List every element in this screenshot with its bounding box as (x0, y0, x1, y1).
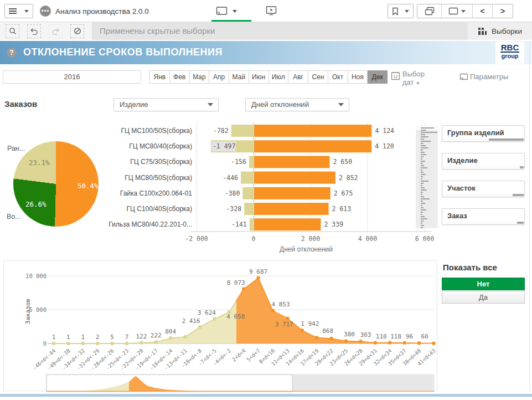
dimension-dropdown[interactable]: Изделие (113, 98, 219, 111)
step-forward-icon[interactable] (49, 24, 63, 38)
month-button-Апр[interactable]: Апр (209, 70, 229, 84)
bookmarks-button[interactable] (388, 4, 414, 18)
month-button-Сен[interactable]: Сен (308, 70, 328, 84)
month-button-Май[interactable]: Май (229, 70, 249, 84)
data-point[interactable] (286, 316, 289, 320)
sheet-icon (448, 7, 458, 16)
data-point[interactable] (271, 309, 275, 312)
measure-dropdown[interactable]: Дней отклонений (245, 98, 349, 111)
area-chart-scroll-minimap[interactable] (47, 375, 434, 392)
data-point[interactable] (125, 342, 128, 345)
svg-text:4 124: 4 124 (375, 127, 394, 135)
minimap-bar (421, 143, 423, 144)
data-point[interactable] (256, 276, 260, 280)
month-button-Фев[interactable]: Фев (170, 70, 190, 84)
year-filter[interactable]: 2016 (3, 70, 141, 84)
deviation-bar-chart[interactable]: -2 00002 0004 0006 000ГЦ МС100/50S(сборк… (108, 118, 440, 257)
data-point[interactable] (359, 340, 362, 343)
bar-row[interactable]: ГЦ МС80/40(сборка)-1 4974 120 (129, 140, 394, 152)
filter-listbox-2[interactable]: Изделие (442, 153, 525, 170)
previous-sheet-button[interactable]: < (473, 4, 493, 18)
minimap-outside-window[interactable] (292, 375, 433, 391)
month-button-Ноя[interactable]: Ноя (348, 70, 368, 84)
data-point[interactable] (198, 325, 202, 329)
data-point[interactable] (183, 335, 187, 339)
minimap-bar (421, 187, 425, 188)
clear-selections-icon[interactable] (70, 24, 84, 38)
data-point[interactable] (301, 329, 304, 332)
date-select-label: Выбор дат ▼ (402, 70, 425, 86)
show-all-no-button[interactable]: Нет (442, 278, 525, 290)
data-point[interactable] (374, 341, 377, 344)
data-point[interactable] (66, 342, 70, 345)
main-menu-button[interactable] (4, 4, 33, 18)
svg-text:2 416: 2 416 (182, 317, 200, 325)
data-point[interactable] (110, 342, 113, 345)
filter-listbox-4[interactable]: Заказ (442, 208, 525, 225)
month-button-Янв[interactable]: Янв (149, 70, 170, 84)
month-button-Авг[interactable]: Авг (288, 70, 308, 84)
orders-area-chart[interactable]: 05 00010 000Заказов1112571222228042 4163… (3, 260, 437, 393)
data-point[interactable] (329, 337, 333, 340)
filter-scroll-thumb[interactable] (489, 139, 524, 141)
data-point[interactable] (169, 336, 172, 340)
data-point[interactable] (344, 339, 348, 342)
svg-text:303: 303 (360, 331, 371, 339)
date-select-button[interactable]: 12 Выбор дат ▼ (391, 70, 425, 86)
current-sheet-button[interactable] (442, 4, 473, 18)
minimap-bar (421, 198, 430, 199)
bar-row[interactable]: ГЦ С100/40S(сборка)-3282 613 (127, 203, 352, 215)
sheet-view-button[interactable] (216, 4, 251, 18)
show-all-yes-button[interactable]: Да (442, 291, 525, 304)
selections-label: Выборки (492, 27, 522, 35)
data-point[interactable] (242, 287, 245, 290)
data-point[interactable] (96, 342, 99, 345)
filter-scroll-track[interactable] (443, 139, 524, 141)
month-button-Дек[interactable]: Дек (368, 70, 388, 84)
filter-listbox-3[interactable]: Участок (442, 181, 525, 197)
filter-scroll-track[interactable] (443, 166, 524, 168)
hamburger-icon (9, 7, 17, 15)
data-point[interactable] (213, 317, 216, 321)
filter-scroll-thumb[interactable] (520, 166, 524, 168)
svg-text:2 339: 2 339 (324, 220, 343, 228)
step-back-icon[interactable] (27, 24, 41, 38)
filter-scroll-thumb[interactable] (517, 222, 524, 224)
data-point[interactable] (52, 342, 55, 345)
svg-text:4 000: 4 000 (358, 235, 378, 243)
bar-row[interactable]: ГЦ МС80/50S(сборка)-4462 852 (125, 172, 358, 184)
svg-text:1: 1 (66, 334, 70, 341)
data-point[interactable] (315, 336, 318, 339)
sheet-overview-button[interactable] (417, 4, 442, 18)
month-button-Окт[interactable]: Окт (328, 70, 348, 84)
data-point[interactable] (388, 341, 391, 344)
minimap-bar (421, 127, 434, 129)
filter-listbox-1[interactable]: Группа изделий (442, 125, 525, 142)
presentation-icon[interactable] (266, 6, 277, 18)
filter-scroll-track[interactable] (443, 194, 524, 196)
filter-scroll-thumb[interactable] (513, 194, 524, 196)
data-point[interactable] (417, 341, 421, 345)
bar-row[interactable]: Гильза МС80/40.22.201-0...-1412 339 (109, 218, 343, 230)
month-button-Июн[interactable]: Июн (249, 70, 269, 84)
month-button-Июл[interactable]: Июл (269, 70, 289, 84)
bar-chart-scroll-minimap[interactable] (416, 125, 438, 228)
help-icon[interactable]: ? (7, 48, 17, 58)
data-point[interactable] (402, 341, 406, 345)
next-sheet-button[interactable]: > (493, 4, 513, 18)
bar-row[interactable]: Гайка С100х200.064-01-3802 675 (120, 187, 353, 199)
minimap-bar (421, 156, 423, 157)
data-point[interactable] (432, 341, 435, 345)
bar-row[interactable]: ГЦ С75/30S(сборка)-1562 650 (130, 156, 352, 168)
data-point[interactable] (154, 340, 158, 343)
bar-row[interactable]: ГЦ МС100/50S(сборка)-7824 124 (121, 125, 395, 137)
chevron-down-icon (233, 10, 237, 13)
data-point[interactable] (140, 341, 143, 344)
svg-text:Дней отклонений: Дней отклонений (280, 245, 333, 253)
filter-scroll-track[interactable] (443, 222, 524, 224)
search-selections-icon[interactable] (6, 24, 19, 38)
month-button-Мар[interactable]: Мар (190, 70, 210, 84)
parameters-button[interactable]: Параметры (459, 73, 508, 81)
data-point[interactable] (81, 342, 85, 345)
selections-tool-button[interactable]: Выборки (468, 22, 532, 40)
